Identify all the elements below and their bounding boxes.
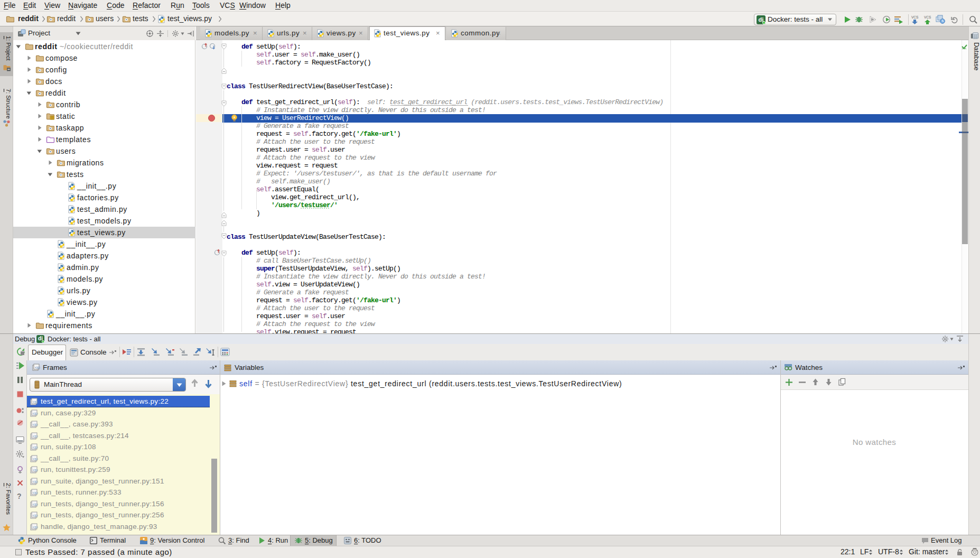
svg-text:VCS: VCS xyxy=(924,15,931,19)
svg-text:<s>: <s> xyxy=(33,491,39,495)
svg-text:<s>: <s> xyxy=(33,525,39,528)
svg-text:<s>: <s> xyxy=(33,468,39,472)
svg-text:<s>: <s> xyxy=(35,366,40,369)
svg-text:<s>: <s> xyxy=(33,502,39,506)
svg-text:<s>: <s> xyxy=(33,445,39,449)
svg-text:<s>: <s> xyxy=(33,479,39,483)
svg-text:<s>: <s> xyxy=(33,457,39,460)
svg-text:<s>: <s> xyxy=(33,434,39,438)
svg-text:<s>: <s> xyxy=(33,411,39,415)
svg-text:<s>: <s> xyxy=(33,423,39,426)
svg-text:VCS: VCS xyxy=(911,15,919,19)
svg-text:<s>: <s> xyxy=(33,400,39,404)
svg-text:<s>: <s> xyxy=(33,514,39,517)
